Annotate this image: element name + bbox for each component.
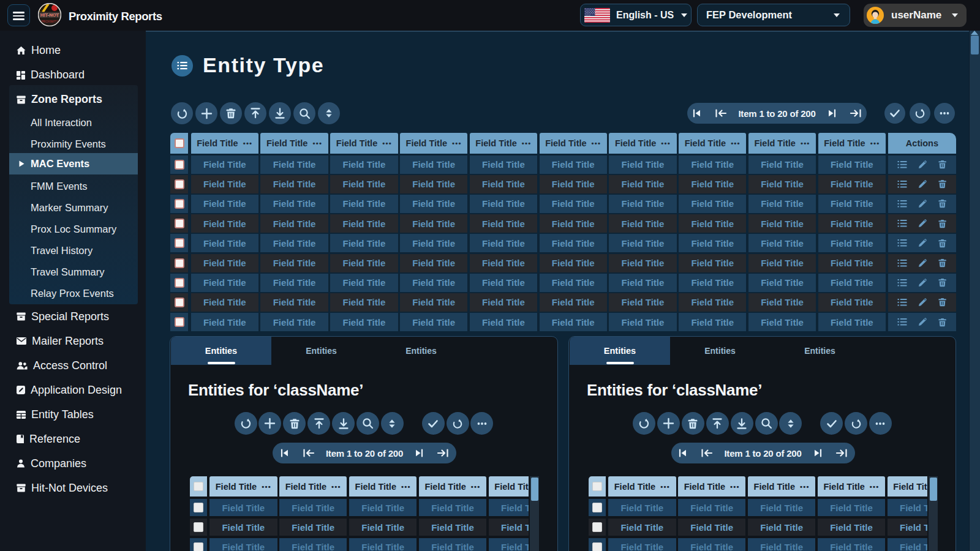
svg-text:HIT-NOT: HIT-NOT xyxy=(40,12,59,18)
svg-text:PROXIMITY: PROXIMITY xyxy=(41,20,58,23)
